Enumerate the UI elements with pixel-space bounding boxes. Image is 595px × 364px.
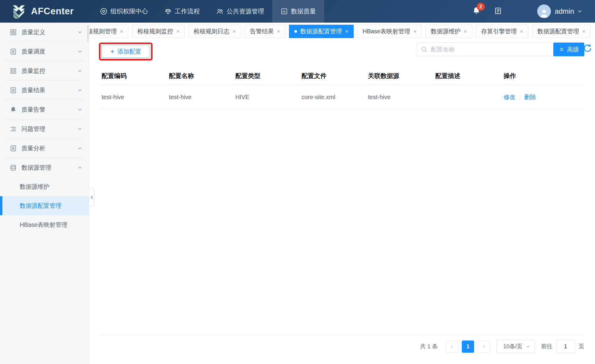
sidebar-item-quality-analysis[interactable]: 质量分析	[0, 139, 89, 158]
column-header: 操作	[501, 72, 584, 80]
page-content: + 添加配置 高级	[89, 40, 595, 353]
sidebar-item-label: 数据源管理	[21, 164, 51, 172]
sidebar-subitem-datasource-config[interactable]: 数据源配置管理	[0, 196, 89, 215]
column-header: 配置类型	[233, 72, 299, 80]
monitor-grid-icon	[10, 67, 17, 75]
edit-link[interactable]: 修改	[504, 93, 515, 101]
table-empty-space	[99, 109, 584, 335]
page-number-button[interactable]: 1	[462, 340, 474, 353]
sidebar-item-issue-management[interactable]: 问题管理	[0, 119, 89, 138]
close-icon[interactable]: ×	[464, 29, 467, 34]
grid-icon	[10, 29, 17, 36]
next-page-button[interactable]: ›	[478, 340, 490, 353]
close-icon[interactable]: ×	[233, 29, 236, 34]
sidebar-item-quality-monitor[interactable]: 质量监控	[0, 61, 89, 80]
sidebar-item-quality-schedule[interactable]: 质量调度	[0, 42, 89, 61]
navbar-right: 2 admin	[472, 4, 582, 18]
tab-alert-result[interactable]: 告警结果 ×	[245, 25, 285, 38]
column-header: 配置描述	[433, 72, 501, 80]
plus-icon: +	[110, 48, 114, 55]
close-icon[interactable]: ×	[120, 29, 123, 34]
tab-label: 检核规则监控	[137, 27, 173, 35]
document-icon	[494, 7, 502, 15]
active-dot-icon	[294, 30, 297, 33]
search-input[interactable]	[417, 43, 553, 56]
cell-config-type: HIVE	[233, 94, 299, 101]
notification-bell[interactable]: 2	[472, 6, 481, 16]
nav-item-public-resources[interactable]: 公共资源管理	[208, 0, 272, 23]
column-header: 配置名称	[166, 72, 233, 80]
close-icon[interactable]: ×	[582, 29, 585, 34]
nav-item-label: 公共资源管理	[227, 7, 264, 15]
chevron-down-icon	[526, 344, 530, 349]
column-header: 关联数据源	[365, 72, 433, 80]
sidebar-item-quality-alert[interactable]: 质量告警	[0, 100, 89, 119]
user-avatar[interactable]	[537, 4, 551, 18]
goto-page-input[interactable]	[556, 340, 575, 353]
document-log-button[interactable]	[494, 7, 502, 16]
pagination: 共 1 条 ‹ 1 › 10条/页 前往 页	[99, 340, 584, 353]
sidebar-item-datasource-management[interactable]: 数据源管理	[0, 158, 89, 177]
tab-label: 告警结果	[250, 27, 274, 35]
add-config-button[interactable]: + 添加配置	[101, 45, 150, 58]
sidebar-item-label: 质量调度	[21, 48, 45, 56]
delete-link[interactable]: 删除	[524, 93, 536, 101]
sidebar-scrollbar[interactable]	[87, 25, 88, 42]
chevron-up-icon	[77, 165, 83, 170]
chevron-down-icon	[77, 68, 83, 74]
chevron-down-icon	[77, 146, 83, 151]
nav-item-label: 组织权限中心	[111, 7, 148, 15]
sidebar-collapse-handle[interactable]	[89, 188, 94, 207]
logo-icon	[11, 3, 27, 19]
add-config-label: 添加配置	[117, 48, 141, 56]
open-tabs-bar: 检核规则管理 × 检核规则监控 × 检核规则日志 × 告警结果 × 数据源配置管…	[89, 23, 595, 40]
nav-item-label: 数据质量	[291, 7, 316, 15]
tab-hbase-mapping[interactable]: HBase表映射管理 ×	[357, 25, 422, 38]
nav-item-org-permission[interactable]: 组织权限中心	[92, 0, 156, 23]
scale-icon	[164, 7, 172, 15]
chevron-left-icon: ‹	[451, 343, 453, 350]
sidebar-subitem-label: HBase表映射管理	[20, 221, 67, 229]
tab-storage-engine[interactable]: 存算引擎管理 ×	[476, 25, 529, 38]
goto-label: 前往	[541, 343, 552, 350]
people-icon	[216, 7, 224, 15]
close-icon[interactable]: ×	[414, 29, 417, 34]
tab-rule-log[interactable]: 检核规则日志 ×	[188, 25, 241, 38]
page-size-select[interactable]: 10条/页	[496, 340, 535, 353]
sidebar-item-quality-result[interactable]: 质量结果	[0, 81, 89, 100]
config-table: 配置编码 配置名称 配置类型 配置文件 关联数据源 配置描述 操作 test-h…	[99, 67, 584, 335]
chevron-down-icon[interactable]	[577, 9, 582, 14]
nav-item-label: 工作流程	[175, 7, 200, 15]
tab-clipped-right[interactable]: 数据源配置管理 ×	[532, 25, 591, 38]
table-header-row: 配置编码 配置名称 配置类型 配置文件 关联数据源 配置描述 操作	[99, 67, 584, 85]
top-navbar: AFCenter 组织权限中心 工作流程 公共资源管理	[0, 0, 595, 23]
page-number: 1	[466, 343, 470, 350]
close-icon[interactable]: ×	[176, 29, 179, 34]
tab-rule-management[interactable]: 检核规则管理 ×	[89, 25, 128, 38]
tab-datasource-maintenance[interactable]: 数据源维护 ×	[425, 25, 472, 38]
sidebar-subitem-hbase-mapping[interactable]: HBase表映射管理	[0, 215, 89, 234]
close-icon[interactable]: ×	[277, 29, 280, 34]
tab-datasource-config-active[interactable]: 数据源配置管理 ×	[289, 25, 354, 38]
tab-rule-monitor[interactable]: 检核规则监控 ×	[132, 25, 185, 38]
username-label[interactable]: admin	[555, 7, 574, 15]
nav-item-data-quality[interactable]: 数据质量	[272, 0, 324, 23]
sidebar-subitem-datasource-maintenance[interactable]: 数据源维护	[0, 177, 89, 196]
advanced-search-button[interactable]: 高级	[553, 43, 584, 56]
search-group: 高级	[417, 43, 584, 56]
sidebar-item-quality-definition[interactable]: 质量定义	[0, 23, 89, 42]
chevron-right-icon: ›	[483, 343, 485, 350]
search-box	[417, 43, 553, 56]
sidebar-item-label: 质量告警	[21, 106, 45, 114]
cell-linked-datasource: test-hive	[365, 94, 433, 101]
prev-page-button[interactable]: ‹	[446, 340, 458, 353]
app-logo[interactable]: AFCenter	[11, 3, 74, 19]
close-icon[interactable]: ×	[520, 29, 523, 34]
nav-item-workflow[interactable]: 工作流程	[156, 0, 208, 23]
close-icon[interactable]: ×	[345, 29, 348, 34]
app-title: AFCenter	[31, 6, 74, 17]
chevron-down-icon	[77, 49, 83, 54]
heart-circle-icon	[100, 7, 108, 15]
page-size-value: 10条/页	[503, 343, 522, 350]
chevron-down-icon	[77, 126, 83, 132]
